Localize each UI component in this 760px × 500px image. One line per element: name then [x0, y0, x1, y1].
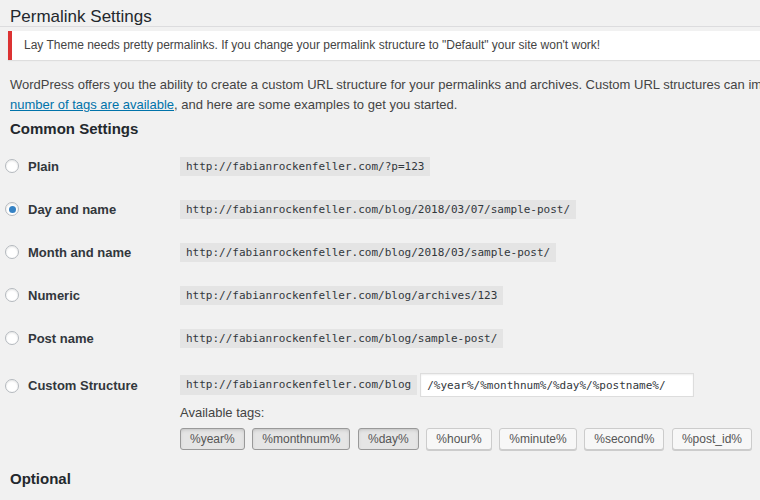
- tag-button-year[interactable]: %year%: [180, 428, 245, 450]
- tag-button-day[interactable]: %day%: [358, 428, 419, 450]
- example-cell: http://fabianrockenfeller.com/blog/2018/…: [180, 201, 576, 217]
- radio-post-name[interactable]: [5, 331, 19, 345]
- common-settings-heading: Common Settings: [10, 121, 760, 136]
- option-day-and-name[interactable]: Day and name: [0, 202, 180, 217]
- radio-custom-structure[interactable]: [5, 379, 19, 393]
- option-label-plain[interactable]: Plain: [28, 159, 59, 174]
- option-label-month-and-name[interactable]: Month and name: [28, 245, 131, 260]
- radio-month-and-name[interactable]: [5, 245, 19, 259]
- tags-available-link[interactable]: number of tags are available: [10, 97, 174, 112]
- row-post-name: Post name http://fabianrockenfeller.com/…: [0, 330, 760, 346]
- example-url-day-and-name: http://fabianrockenfeller.com/blog/2018/…: [180, 200, 576, 219]
- option-label-custom-structure[interactable]: Custom Structure: [28, 378, 138, 393]
- example-url-numeric: http://fabianrockenfeller.com/blog/archi…: [180, 286, 503, 305]
- intro-line2: number of tags are available, and here a…: [10, 97, 457, 112]
- available-tags-row: %year% %monthnum% %day% %hour% %minute% …: [180, 428, 760, 450]
- example-cell: http://fabianrockenfeller.com/blog/2018/…: [180, 244, 556, 260]
- option-custom-structure[interactable]: Custom Structure: [0, 373, 180, 393]
- intro-line2-rest: , and here are some examples to get you …: [174, 97, 457, 112]
- radio-numeric[interactable]: [5, 288, 19, 302]
- option-label-day-and-name[interactable]: Day and name: [28, 202, 116, 217]
- row-month-and-name: Month and name http://fabianrockenfeller…: [0, 244, 760, 260]
- option-numeric[interactable]: Numeric: [0, 288, 180, 303]
- radio-day-and-name[interactable]: [5, 202, 19, 216]
- tag-button-hour[interactable]: %hour%: [426, 428, 491, 450]
- permalink-options: Plain http://fabianrockenfeller.com/?p=1…: [0, 158, 760, 450]
- header-divider: [0, 26, 760, 27]
- intro-paragraph: WordPress offers you the ability to crea…: [10, 75, 760, 115]
- custom-structure-cell: http://fabianrockenfeller.com/blog Avail…: [180, 373, 760, 450]
- optional-heading: Optional: [10, 471, 760, 486]
- row-numeric: Numeric http://fabianrockenfeller.com/bl…: [0, 287, 760, 303]
- example-url-month-and-name: http://fabianrockenfeller.com/blog/2018/…: [180, 243, 556, 262]
- example-url-plain: http://fabianrockenfeller.com/?p=123: [180, 157, 430, 176]
- permalink-settings-page: Permalink Settings Lay Theme needs prett…: [0, 0, 760, 486]
- example-cell: http://fabianrockenfeller.com/blog/sampl…: [180, 330, 503, 346]
- example-cell: http://fabianrockenfeller.com/?p=123: [180, 158, 430, 174]
- row-day-and-name: Day and name http://fabianrockenfeller.c…: [0, 201, 760, 217]
- option-month-and-name[interactable]: Month and name: [0, 245, 180, 260]
- option-post-name[interactable]: Post name: [0, 331, 180, 346]
- option-label-post-name[interactable]: Post name: [28, 331, 94, 346]
- intro-line1: WordPress offers you the ability to crea…: [10, 77, 760, 92]
- available-tags-label: Available tags:: [180, 405, 760, 420]
- example-cell: http://fabianrockenfeller.com/blog/archi…: [180, 287, 503, 303]
- error-notice: Lay Theme needs pretty permalinks. If yo…: [8, 31, 760, 60]
- radio-plain[interactable]: [5, 159, 19, 173]
- custom-structure-prefix: http://fabianrockenfeller.com/blog: [180, 375, 417, 395]
- option-plain[interactable]: Plain: [0, 159, 180, 174]
- custom-structure-input[interactable]: [420, 373, 694, 397]
- tag-button-second[interactable]: %second%: [584, 428, 664, 450]
- row-custom-structure: Custom Structure http://fabianrockenfell…: [0, 373, 760, 450]
- tag-button-monthnum[interactable]: %monthnum%: [252, 428, 350, 450]
- tag-button-minute[interactable]: %minute%: [499, 428, 576, 450]
- page-title: Permalink Settings: [0, 0, 760, 26]
- custom-structure-line: http://fabianrockenfeller.com/blog: [180, 373, 760, 397]
- row-plain: Plain http://fabianrockenfeller.com/?p=1…: [0, 158, 760, 174]
- tag-button-post-id[interactable]: %post_id%: [672, 428, 752, 450]
- notice-message: Lay Theme needs pretty permalinks. If yo…: [24, 38, 760, 53]
- option-label-numeric[interactable]: Numeric: [28, 288, 80, 303]
- example-url-post-name: http://fabianrockenfeller.com/blog/sampl…: [180, 329, 503, 348]
